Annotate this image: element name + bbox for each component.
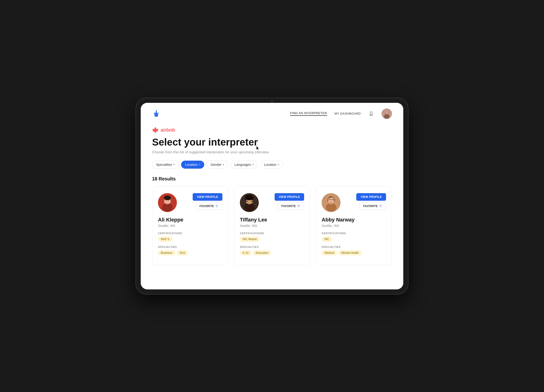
favorite-abby[interactable]: FAVORITE ♡ [359, 203, 386, 210]
card-header-abby: VIEW PROFILE FAVORITE ♡ [322, 193, 386, 212]
chevron-down-icon: ▾ [199, 163, 200, 166]
location-tiffany: Seattle, WA [240, 224, 304, 228]
card-actions-tiffany: VIEW PROFILE FAVORITE ♡ [275, 193, 304, 210]
tag-business: Business [158, 250, 175, 255]
page-title: Select your interpreter [152, 137, 392, 148]
interpreter-card-ali: VIEW PROFILE FAVORITE ♡ Ali Kleppe Seatt… [152, 186, 228, 265]
specialties-label-abby: SPECIALTIES [322, 246, 386, 248]
svg-point-7 [162, 203, 173, 212]
heart-icon: ♡ [379, 204, 382, 208]
filter-languages[interactable]: Languages ▾ [231, 161, 257, 169]
nav-bar: FIND AN INTERPRETER MY DASHBOARD [141, 103, 403, 123]
certs-label-ali: CERTIFICATIONS [158, 232, 222, 235]
brand-name: airbnb [160, 127, 175, 133]
specialties-tags-ali: Business Tech [158, 250, 222, 255]
device-frame: FIND AN INTERPRETER MY DASHBOARD [136, 98, 408, 294]
filter-specialties[interactable]: Specialties ▾ [152, 161, 179, 169]
avatar-abby [322, 193, 340, 212]
tag-k12: K-12 [240, 250, 251, 255]
svg-point-14 [244, 203, 254, 212]
specialties-tags-abby: Medical Mental Health [322, 250, 386, 255]
location-abby: Seattle, WA [322, 224, 386, 228]
app-logo [152, 109, 160, 118]
name-ali: Ali Kleppe [158, 217, 222, 223]
main-content: airbnb Select your interpreter Choose fr… [141, 123, 403, 277]
name-abby: Abby Narway [322, 217, 386, 223]
heart-icon: ♡ [297, 204, 300, 208]
svg-point-3 [384, 114, 390, 119]
filter-gender[interactable]: Gender ▾ [207, 161, 228, 169]
tag-tech: Tech [177, 250, 188, 255]
results-count: 18 Results [152, 176, 392, 182]
tag-nadv: NAD V [158, 236, 172, 242]
notification-bell[interactable] [368, 111, 374, 116]
card-actions-ali: VIEW PROFILE FAVORITE ♡ [193, 193, 222, 210]
interpreter-card-abby: VIEW PROFILE FAVORITE ♡ Abby Narway Seat… [316, 186, 392, 265]
svg-rect-16 [246, 201, 248, 202]
camera-notch [271, 100, 273, 103]
filter-bar: Specialties ▾ Location ▾ Gender ▾ Langua… [152, 161, 392, 169]
interpreter-card-tiffany: VIEW PROFILE FAVORITE ♡ Tiffany Lee Seat… [234, 186, 310, 265]
tag-nic-master: NIC Master [240, 236, 260, 242]
certs-label-abby: CERTIFICATIONS [322, 232, 386, 235]
tag-education: Education [253, 250, 271, 255]
svg-rect-17 [251, 201, 253, 202]
app-content: FIND AN INTERPRETER MY DASHBOARD [141, 103, 403, 289]
svg-point-21 [326, 203, 336, 212]
specialties-label-tiffany: SPECIALTIES [240, 246, 304, 248]
avatar-ali [158, 193, 177, 212]
view-profile-ali[interactable]: VIEW PROFILE [193, 193, 222, 201]
favorite-tiffany[interactable]: FAVORITE ♡ [278, 203, 304, 210]
device-screen: FIND AN INTERPRETER MY DASHBOARD [141, 103, 403, 289]
nav-find-interpreter[interactable]: FIND AN INTERPRETER [290, 111, 327, 116]
chevron-down-icon: ▾ [278, 163, 279, 166]
certs-tags-ali: NAD V [158, 236, 222, 242]
nav-right: FIND AN INTERPRETER MY DASHBOARD [290, 109, 392, 119]
brand-section: airbnb [152, 127, 392, 134]
svg-point-11 [164, 196, 171, 200]
location-ali: Seattle, WA [158, 224, 222, 228]
avatar-tiffany [240, 193, 259, 212]
heart-icon: ♡ [215, 204, 218, 208]
filter-location-2[interactable]: Location ▾ [260, 161, 283, 169]
name-tiffany: Tiffany Lee [240, 217, 304, 223]
chevron-down-icon: ▾ [252, 163, 254, 166]
view-profile-tiffany[interactable]: VIEW PROFILE [275, 193, 304, 201]
specialties-tags-tiffany: K-12 Education [240, 250, 304, 255]
tag-mental-health: Mental Health [339, 250, 362, 255]
svg-point-4 [385, 111, 388, 114]
tag-nic: NIC [322, 236, 332, 242]
card-header-tiffany: VIEW PROFILE FAVORITE ♡ [240, 193, 304, 212]
nav-dashboard[interactable]: MY DASHBOARD [335, 112, 361, 115]
certs-tags-abby: NIC [322, 236, 386, 242]
specialties-label-ali: SPECIALTIES [158, 246, 222, 248]
user-avatar[interactable] [382, 109, 392, 119]
view-profile-abby[interactable]: VIEW PROFILE [356, 193, 386, 201]
certs-tags-tiffany: NIC Master [240, 236, 304, 242]
favorite-ali[interactable]: FAVORITE ♡ [195, 203, 222, 210]
page-subtitle: Choose from this list of suggested inter… [152, 150, 392, 154]
chevron-down-icon: ▾ [174, 163, 175, 166]
svg-point-0 [156, 110, 157, 111]
filter-location-active[interactable]: Location ▾ [181, 161, 204, 169]
card-header-ali: VIEW PROFILE FAVORITE ♡ [158, 193, 222, 212]
card-actions-abby: VIEW PROFILE FAVORITE ♡ [356, 193, 386, 210]
certs-label-tiffany: CERTIFICATIONS [240, 232, 304, 235]
interpreters-grid: VIEW PROFILE FAVORITE ♡ Ali Kleppe Seatt… [152, 186, 392, 265]
tag-medical: Medical [322, 250, 337, 255]
airbnb-logo-icon [152, 127, 159, 134]
chevron-down-icon: ▾ [223, 163, 224, 166]
